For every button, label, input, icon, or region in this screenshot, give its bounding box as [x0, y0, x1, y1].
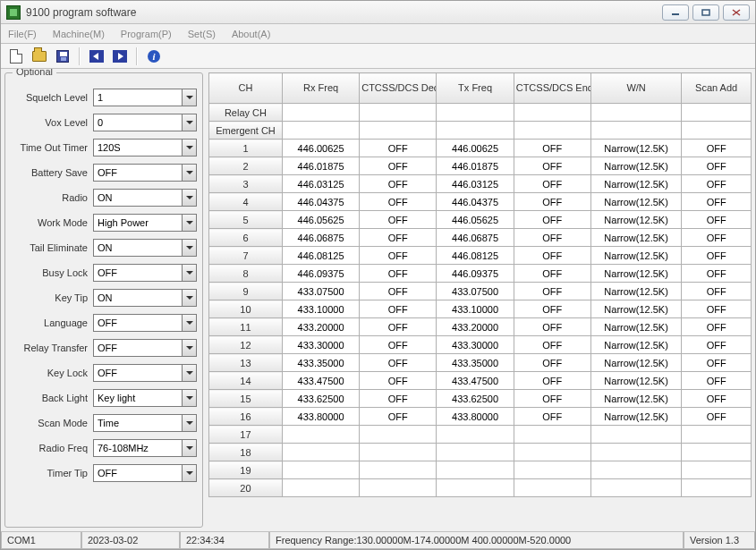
- cell-rx[interactable]: 433.20000: [282, 318, 359, 336]
- field-combo[interactable]: ON: [93, 239, 197, 257]
- cell[interactable]: [282, 122, 359, 140]
- cell-enc[interactable]: OFF: [514, 390, 590, 408]
- table-row[interactable]: 17: [209, 426, 752, 444]
- row-header[interactable]: 9: [209, 283, 283, 300]
- cell-enc[interactable]: [514, 479, 590, 497]
- table-row[interactable]: 18: [209, 444, 752, 461]
- cell-dec[interactable]: OFF: [360, 157, 437, 175]
- table-row[interactable]: 7446.08125OFF446.08125OFFNarrow(12.5K)OF…: [209, 247, 752, 265]
- open-button[interactable]: [30, 47, 49, 66]
- row-header[interactable]: 8: [209, 265, 283, 283]
- row-header[interactable]: 1: [209, 140, 283, 157]
- cell-tx[interactable]: 433.10000: [437, 300, 514, 318]
- row-header[interactable]: 5: [209, 211, 283, 229]
- table-row[interactable]: 14433.47500OFF433.47500OFFNarrow(12.5K)O…: [209, 372, 752, 390]
- field-combo[interactable]: OFF: [93, 364, 197, 382]
- cell-scan[interactable]: [682, 461, 752, 479]
- cell-dec[interactable]: [360, 444, 437, 461]
- field-combo[interactable]: OFF: [93, 339, 197, 357]
- cell-enc[interactable]: OFF: [514, 157, 590, 175]
- cell[interactable]: [514, 122, 590, 140]
- table-row[interactable]: 1446.00625OFF446.00625OFFNarrow(12.5K)OF…: [209, 140, 752, 157]
- cell-enc[interactable]: OFF: [514, 318, 590, 336]
- cell-tx[interactable]: 446.09375: [437, 265, 514, 283]
- cell[interactable]: [437, 104, 514, 122]
- row-header[interactable]: 15: [209, 390, 283, 408]
- col-rx[interactable]: Rx Freq: [282, 73, 359, 104]
- cell-enc[interactable]: OFF: [514, 354, 590, 372]
- minimize-button[interactable]: [662, 4, 689, 21]
- cell-enc[interactable]: OFF: [514, 175, 590, 193]
- cell-scan[interactable]: OFF: [682, 300, 752, 318]
- cell-rx[interactable]: 446.08125: [282, 247, 359, 265]
- cell-rx[interactable]: 446.06875: [282, 229, 359, 247]
- row-header[interactable]: 11: [209, 318, 283, 336]
- cell-tx[interactable]: [437, 426, 514, 444]
- cell-scan[interactable]: OFF: [682, 390, 752, 408]
- row-header[interactable]: 4: [209, 193, 283, 211]
- cell-scan[interactable]: OFF: [682, 211, 752, 229]
- table-row-emergent[interactable]: Emergent CH: [209, 122, 752, 140]
- cell-enc[interactable]: OFF: [514, 372, 590, 390]
- cell-tx[interactable]: 433.35000: [437, 354, 514, 372]
- cell-scan[interactable]: OFF: [682, 354, 752, 372]
- cell-rx[interactable]: 433.47500: [282, 372, 359, 390]
- cell-wn[interactable]: Narrow(12.5K): [590, 211, 681, 229]
- cell-wn[interactable]: Narrow(12.5K): [590, 193, 681, 211]
- cell-rx[interactable]: 433.07500: [282, 283, 359, 300]
- cell-scan[interactable]: OFF: [682, 229, 752, 247]
- table-row[interactable]: 2446.01875OFF446.01875OFFNarrow(12.5K)OF…: [209, 157, 752, 175]
- cell-rx[interactable]: 446.09375: [282, 265, 359, 283]
- row-header[interactable]: 2: [209, 157, 283, 175]
- table-row[interactable]: 11433.20000OFF433.20000OFFNarrow(12.5K)O…: [209, 318, 752, 336]
- close-button[interactable]: [723, 4, 750, 21]
- table-row[interactable]: 10433.10000OFF433.10000OFFNarrow(12.5K)O…: [209, 300, 752, 318]
- cell-dec[interactable]: [360, 426, 437, 444]
- cell-rx[interactable]: [282, 461, 359, 479]
- row-header[interactable]: 14: [209, 372, 283, 390]
- cell-enc[interactable]: OFF: [514, 408, 590, 426]
- cell[interactable]: [360, 122, 437, 140]
- cell-scan[interactable]: OFF: [682, 408, 752, 426]
- field-combo[interactable]: 120S: [93, 139, 197, 157]
- cell-tx[interactable]: 446.01875: [437, 157, 514, 175]
- cell-enc[interactable]: [514, 461, 590, 479]
- menu-about[interactable]: About(A): [228, 27, 274, 41]
- cell-wn[interactable]: Narrow(12.5K): [590, 300, 681, 318]
- row-header[interactable]: 7: [209, 247, 283, 265]
- cell-rx[interactable]: 433.80000: [282, 408, 359, 426]
- cell-rx[interactable]: 446.00625: [282, 140, 359, 157]
- cell-scan[interactable]: OFF: [682, 283, 752, 300]
- maximize-button[interactable]: [692, 4, 719, 21]
- cell-dec[interactable]: OFF: [360, 283, 437, 300]
- cell-wn[interactable]: Narrow(12.5K): [590, 318, 681, 336]
- menu-file[interactable]: File(F): [4, 27, 40, 41]
- cell-wn[interactable]: [590, 461, 681, 479]
- table-row-relay[interactable]: Relay CH: [209, 104, 752, 122]
- table-row[interactable]: 6446.06875OFF446.06875OFFNarrow(12.5K)OF…: [209, 229, 752, 247]
- cell-dec[interactable]: OFF: [360, 247, 437, 265]
- cell-tx[interactable]: [437, 461, 514, 479]
- cell-tx[interactable]: 433.80000: [437, 408, 514, 426]
- field-combo[interactable]: ON: [93, 189, 197, 207]
- field-combo[interactable]: 1: [93, 89, 197, 106]
- row-header[interactable]: 20: [209, 479, 283, 497]
- cell-rx[interactable]: [282, 426, 359, 444]
- cell-enc[interactable]: OFF: [514, 336, 590, 354]
- table-row[interactable]: 9433.07500OFF433.07500OFFNarrow(12.5K)OF…: [209, 283, 752, 300]
- field-combo[interactable]: ON: [93, 289, 197, 307]
- cell-dec[interactable]: OFF: [360, 318, 437, 336]
- cell-scan[interactable]: OFF: [682, 265, 752, 283]
- cell[interactable]: [682, 122, 752, 140]
- row-header[interactable]: 16: [209, 408, 283, 426]
- cell-rx[interactable]: [282, 479, 359, 497]
- cell-scan[interactable]: [682, 479, 752, 497]
- cell-rx[interactable]: 433.62500: [282, 390, 359, 408]
- cell-enc[interactable]: OFF: [514, 283, 590, 300]
- row-header[interactable]: 6: [209, 229, 283, 247]
- cell-scan[interactable]: OFF: [682, 247, 752, 265]
- cell-dec[interactable]: [360, 461, 437, 479]
- col-wn[interactable]: W/N: [590, 73, 681, 104]
- read-from-radio-button[interactable]: [87, 47, 106, 66]
- menu-program[interactable]: Program(P): [117, 27, 175, 41]
